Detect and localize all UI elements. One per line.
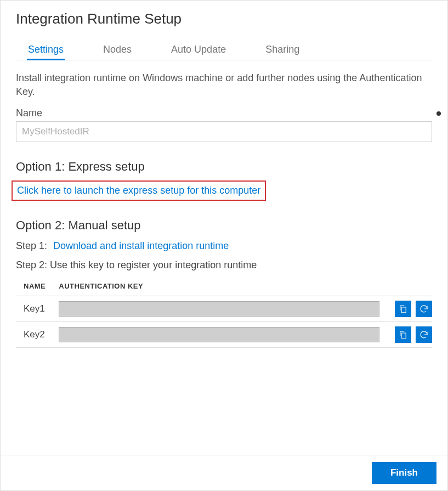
copy-icon [398, 304, 408, 314]
finish-button[interactable]: Finish [372, 462, 436, 484]
footer: Finish [1, 455, 447, 490]
key1-value[interactable] [59, 301, 379, 317]
col-header-name: NAME [16, 276, 52, 296]
tab-bar: Settings Nodes Auto Update Sharing [16, 39, 432, 60]
page-title: Integration Runtime Setup [16, 10, 432, 27]
option1-heading: Option 1: Express setup [16, 160, 432, 174]
tab-auto-update[interactable]: Auto Update [171, 39, 226, 60]
name-input[interactable] [16, 121, 432, 142]
table-row: Key2 [16, 322, 432, 348]
option2-heading: Option 2: Manual setup [16, 218, 432, 233]
name-label: Name [16, 108, 42, 119]
svg-rect-1 [401, 333, 406, 338]
download-install-link[interactable]: Download and install integration runtime [53, 240, 229, 251]
tab-settings[interactable]: Settings [28, 39, 64, 60]
tab-sharing[interactable]: Sharing [265, 39, 299, 60]
refresh-key2-button[interactable] [416, 326, 432, 343]
step1-prefix: Step 1: [16, 240, 47, 251]
express-setup-link[interactable]: Click here to launch the express setup f… [17, 185, 260, 196]
key2-value[interactable] [59, 327, 379, 342]
svg-rect-0 [401, 307, 406, 313]
step2-text: Step 2: Use this key to register your in… [16, 259, 432, 271]
key-name-cell: Key1 [16, 296, 52, 322]
tab-nodes[interactable]: Nodes [103, 39, 132, 60]
refresh-key1-button[interactable] [416, 301, 432, 317]
instruction-text: Install integration runtime on Windows m… [16, 71, 432, 99]
refresh-icon [419, 304, 429, 314]
info-icon[interactable] [436, 111, 441, 116]
express-setup-highlight: Click here to launch the express setup f… [12, 180, 266, 201]
copy-icon [398, 330, 408, 340]
auth-key-table: NAME AUTHENTICATION KEY Key1 [16, 276, 432, 348]
refresh-icon [419, 330, 429, 340]
key-name-cell: Key2 [16, 322, 52, 348]
table-row: Key1 [16, 296, 432, 322]
copy-key1-button[interactable] [395, 301, 411, 317]
copy-key2-button[interactable] [395, 326, 411, 343]
col-header-auth: AUTHENTICATION KEY [52, 276, 386, 296]
